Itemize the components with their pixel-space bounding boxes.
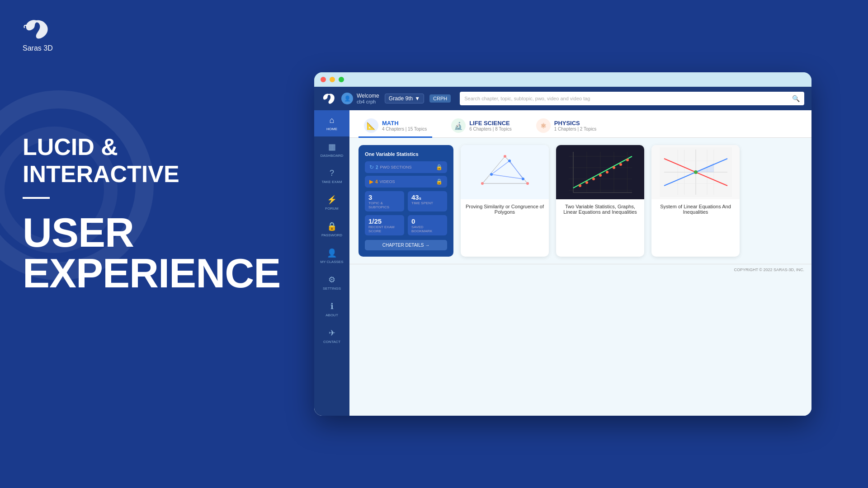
- physics-detail: 1 Chapters | 2 Topics: [554, 127, 597, 131]
- sidebar-label-about: ABOUT: [326, 313, 338, 317]
- pwo-text-label: PWO SECTIONS: [380, 165, 412, 169]
- stats-caption: Two Variable Statistics, Graphs, Linear …: [556, 199, 644, 219]
- chapter-card-similarity[interactable]: Proving Similarity or Congruence of Poly…: [461, 145, 549, 257]
- classes-icon: 👤: [327, 248, 337, 258]
- grade-selector[interactable]: Grade 9th ▼: [385, 94, 424, 103]
- physics-tab-icon: ⚛: [536, 118, 551, 133]
- divider: [23, 197, 50, 199]
- app-frame: 👤 Welcome cb4 crph Grade 9th ▼ CRPH: [314, 72, 811, 416]
- welcome-label: Welcome: [357, 93, 379, 99]
- search-bar[interactable]: Search chapter, topic, subtopic, pwo, vi…: [460, 92, 804, 105]
- minimize-dot[interactable]: [330, 77, 335, 82]
- sidebar-item-about[interactable]: ℹ ABOUT: [314, 296, 349, 323]
- search-placeholder: Search chapter, topic, subtopic, pwo, vi…: [464, 96, 788, 101]
- bookmark-label: SAVED BOOKMARK: [411, 225, 443, 233]
- svg-line-12: [505, 156, 509, 161]
- math-detail: 4 Chapters | 15 Topics: [382, 127, 427, 131]
- svg-line-4: [509, 161, 523, 179]
- topics-label: TOPIC & SUBTOPICS: [368, 201, 401, 209]
- similarity-image: [461, 145, 549, 199]
- sidebar: ⌂ HOME ▦ DASHBOARD ? TAKE EXAM ⚡: [314, 110, 349, 416]
- videos-label: ▶ 4 VIDEOS: [369, 178, 395, 185]
- featured-card-title: One Variable Statistics: [365, 151, 447, 157]
- right-panel: 👤 Welcome cb4 crph Grade 9th ▼ CRPH: [258, 0, 868, 488]
- topics-count: 3: [368, 193, 401, 201]
- sidebar-label-home: HOME: [326, 127, 337, 131]
- stats-svg: [564, 147, 637, 197]
- lock-icon-2: 🔒: [436, 178, 443, 185]
- logo-area: Saras 3D: [23, 18, 53, 52]
- featured-chapter-card[interactable]: One Variable Statistics ↻ 2 PWO SECTIONS…: [359, 145, 453, 257]
- maximize-dot[interactable]: [339, 77, 344, 82]
- pwo-count: 2: [376, 165, 378, 170]
- sidebar-label-exam: TAKE EXAM: [321, 180, 342, 184]
- tab-life-science[interactable]: 🔬 LIFE SCIENCE 6 Chapters | 8 Topics: [446, 115, 517, 138]
- search-icon[interactable]: 🔍: [792, 95, 800, 102]
- sidebar-item-dashboard[interactable]: ▦ DASHBOARD: [314, 136, 349, 163]
- life-science-name: LIFE SCIENCE: [469, 120, 512, 127]
- sidebar-item-home[interactable]: ⌂ HOME: [314, 110, 349, 136]
- math-name: MATH: [382, 120, 427, 127]
- lock-icon: 🔒: [436, 164, 443, 170]
- user-avatar: 👤: [341, 93, 353, 104]
- bookmark-count: 0: [411, 217, 443, 225]
- physics-name: PHYSICS: [554, 120, 597, 127]
- frame-titlebar: [314, 72, 811, 87]
- header-user: 👤 Welcome cb4 crph: [341, 93, 379, 104]
- chapter-card-linear[interactable]: System of Linear Equations And Inequalit…: [651, 145, 740, 257]
- linear-image: [651, 145, 740, 199]
- sidebar-label-settings: SETTINGS: [323, 286, 341, 291]
- contact-icon: ✈: [329, 328, 335, 338]
- crph-badge: CRPH: [429, 94, 451, 103]
- sidebar-label-dashboard: DASHBOARD: [321, 154, 344, 158]
- chapter-card-stats[interactable]: Two Variable Statistics, Graphs, Linear …: [556, 145, 644, 257]
- settings-icon: ⚙: [328, 275, 335, 285]
- video-count: 4: [375, 179, 378, 184]
- score-label: RECENT EXAM SCORE: [368, 225, 401, 233]
- pwo-row: ↻ 2 PWO SECTIONS 🔒: [365, 161, 447, 173]
- tab-math[interactable]: 📐 MATH 4 Chapters | 15 Topics: [359, 115, 432, 138]
- time-label: TIME SPENT: [411, 201, 443, 205]
- svg-point-28: [579, 184, 581, 187]
- exam-icon: ?: [330, 169, 334, 178]
- videos-row: ▶ 4 VIDEOS 🔒: [365, 176, 447, 188]
- math-tab-info: MATH 4 Chapters | 15 Topics: [382, 120, 427, 131]
- svg-point-34: [619, 163, 622, 166]
- topics-stat: 3 TOPIC & SUBTOPICS: [365, 191, 404, 211]
- chevron-down-icon: ▼: [415, 95, 420, 102]
- header-logo-icon: [321, 93, 336, 104]
- main-title: USER EXPERIENCE: [23, 212, 280, 294]
- sidebar-label-classes: MY CLASSES: [321, 260, 344, 264]
- app-main: ⌂ HOME ▦ DASHBOARD ? TAKE EXAM ⚡: [314, 110, 811, 416]
- close-dot[interactable]: [321, 77, 326, 82]
- stats-image: [556, 145, 644, 199]
- svg-line-0: [482, 156, 505, 183]
- video-text-label: VIDEOS: [380, 179, 395, 184]
- chapter-details-button[interactable]: CHAPTER DETAILS →: [365, 240, 447, 250]
- sidebar-item-settings[interactable]: ⚙ SETTINGS: [314, 269, 349, 296]
- sidebar-label-contact: CONTACT: [323, 340, 340, 344]
- stats-row-2: 1/25 RECENT EXAM SCORE 0 SAVED BOOKMARK: [365, 215, 447, 235]
- left-panel: Saras 3D LUCID & INTERACTIVE USER EXPERI…: [0, 0, 258, 488]
- password-icon: 🔒: [327, 221, 337, 231]
- sidebar-item-forum[interactable]: ⚡ FORUM: [314, 189, 349, 216]
- app-footer: COPYRIGHT © 2022 SARAS-3D, INC.: [349, 264, 811, 275]
- tab-physics[interactable]: ⚛ PHYSICS 1 Chapters | 2 Topics: [531, 115, 602, 138]
- app-header: 👤 Welcome cb4 crph Grade 9th ▼ CRPH: [314, 87, 811, 110]
- subject-tabs: 📐 MATH 4 Chapters | 15 Topics 🔬 LIFE SCI…: [349, 110, 811, 138]
- linear-svg: [660, 147, 732, 197]
- svg-point-29: [585, 181, 588, 184]
- life-science-detail: 6 Chapters | 8 Topics: [469, 127, 512, 131]
- forum-icon: ⚡: [327, 195, 337, 205]
- sidebar-item-password[interactable]: 🔒 PASSWORD: [314, 216, 349, 243]
- home-icon: ⌂: [330, 116, 335, 125]
- sidebar-item-my-classes[interactable]: 👤 MY CLASSES: [314, 243, 349, 269]
- svg-point-35: [626, 159, 629, 161]
- tagline: LUCID & INTERACTIVE: [23, 134, 179, 188]
- username: cb4 crph: [357, 99, 379, 104]
- time-count: 43s: [411, 193, 443, 201]
- sidebar-item-take-exam[interactable]: ? TAKE EXAM: [314, 163, 349, 189]
- app-container: 👤 Welcome cb4 crph Grade 9th ▼ CRPH: [314, 87, 811, 416]
- svg-point-32: [606, 171, 609, 174]
- sidebar-item-contact[interactable]: ✈ CONTACT: [314, 323, 349, 349]
